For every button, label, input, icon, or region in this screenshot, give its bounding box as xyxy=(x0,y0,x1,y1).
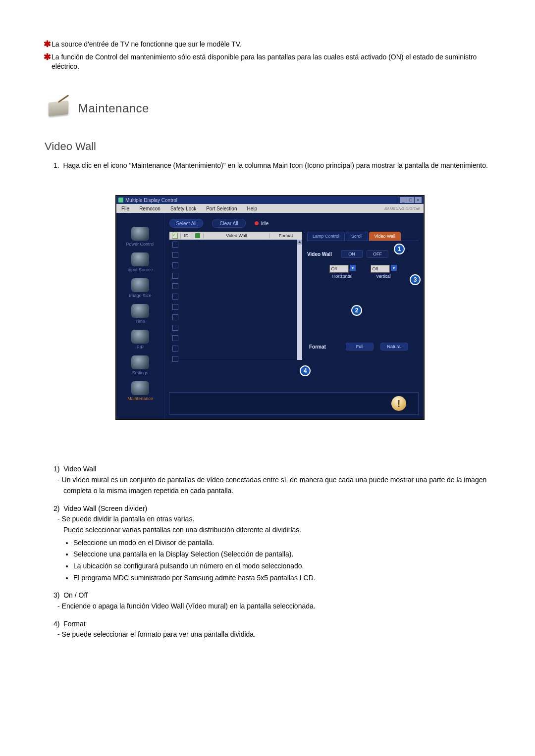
input-source-icon xyxy=(131,252,149,266)
menu-help[interactable]: Help xyxy=(242,206,262,211)
table-row[interactable] xyxy=(170,271,297,281)
desc-title: On / Off xyxy=(63,591,88,599)
maintenance-title: Maintenance xyxy=(78,101,149,115)
desc-bullet: El programa MDC suministrado por Samsung… xyxy=(73,573,495,584)
table-row[interactable] xyxy=(170,333,297,344)
table-row[interactable] xyxy=(170,292,297,302)
window-titlebar: Multiple Display Control _ □ × xyxy=(116,196,424,204)
maintenance-heading: Maintenance xyxy=(45,97,495,120)
table-body[interactable] xyxy=(169,240,297,360)
desc-text: Puede seleccionar varias pantallas con u… xyxy=(54,525,495,536)
table-row[interactable] xyxy=(170,250,297,260)
window-title: Multiple Display Control xyxy=(125,198,177,203)
app-icon xyxy=(118,198,123,202)
desc-text: Se puede dividir la pantalla en otras va… xyxy=(54,514,495,525)
table-row[interactable] xyxy=(170,312,297,323)
horizontal-selector[interactable]: Off ▾ Horizontal xyxy=(329,265,356,279)
star-icon: ✱ xyxy=(44,40,51,49)
desc-title: Video Wall xyxy=(63,465,96,473)
desc-bullet: Seleccione un modo en el Divisor de pant… xyxy=(73,538,495,549)
close-button[interactable]: × xyxy=(415,197,422,203)
col-format: Format xyxy=(270,233,302,238)
sidebar-item-pip[interactable]: PIP xyxy=(120,330,160,350)
desc-text: Se puede seleccionar el formato para ver… xyxy=(54,629,495,640)
col-video-wall: Video Wall xyxy=(204,233,270,238)
table-row[interactable] xyxy=(170,354,297,364)
format-label: Format xyxy=(309,344,339,350)
select-all-button[interactable]: Select All xyxy=(169,219,203,228)
video-wall-on-button[interactable]: ON xyxy=(341,250,363,258)
star-icon: ✱ xyxy=(44,52,51,61)
tab-lamp-control[interactable]: Lamp Control xyxy=(307,232,345,241)
chevron-down-icon[interactable]: ▾ xyxy=(391,265,397,271)
scroll-up-icon[interactable]: ▲ xyxy=(297,240,302,245)
sidebar-item-maintenance[interactable]: Maintenance xyxy=(120,381,160,401)
desc-text: Enciende o apaga la función Video Wall (… xyxy=(54,601,495,612)
step-text: Haga clic en el icono "Maintenance (Mant… xyxy=(63,161,487,169)
maintenance-box-icon xyxy=(45,97,72,120)
intro-steps: 1. Haga clic en el icono "Maintenance (M… xyxy=(45,160,495,171)
vertical-selector[interactable]: Off ▾ Vertical xyxy=(371,265,397,279)
vertical-label: Vertical xyxy=(376,274,391,279)
menu-safety-lock[interactable]: Safety Lock xyxy=(165,206,201,211)
horizontal-label: Horizontal xyxy=(332,274,353,279)
menubar: File Remocon Safety Lock Port Selection … xyxy=(116,204,424,213)
desc-bullet: Seleccione una pantalla en la Display Se… xyxy=(73,549,495,560)
status-idle: Idle xyxy=(255,221,268,226)
menu-file[interactable]: File xyxy=(116,206,134,211)
table-row[interactable] xyxy=(170,281,297,292)
desc-title: Format xyxy=(63,620,85,628)
clear-all-button[interactable]: Clear All xyxy=(212,219,246,228)
notes-list: ✱La source d'entrée de TV ne fonctionne … xyxy=(45,40,495,72)
table-row[interactable] xyxy=(170,302,297,312)
status-bar: ! xyxy=(169,392,419,415)
horizontal-value: Off xyxy=(329,265,349,273)
tab-scroll[interactable]: Scroll xyxy=(346,232,368,241)
callout-3: 3 xyxy=(410,274,421,285)
sidebar-item-settings[interactable]: Settings xyxy=(120,355,160,375)
window-buttons: _ □ × xyxy=(399,197,422,203)
table-row[interactable] xyxy=(170,240,297,250)
image-size-icon xyxy=(131,278,149,292)
info-icon: ! xyxy=(391,396,406,411)
maintenance-icon xyxy=(131,381,149,395)
video-wall-off-button[interactable]: OFF xyxy=(367,250,388,258)
time-icon xyxy=(131,304,149,318)
table-row[interactable] xyxy=(170,323,297,333)
col-status-icon xyxy=(192,233,204,238)
sidebar-item-input-source[interactable]: Input Source xyxy=(120,252,160,272)
note-text: La source d'entrée de TV ne fonctionne q… xyxy=(52,40,242,48)
display-table: ID Video Wall Format ▲ xyxy=(169,232,302,360)
minimize-button[interactable]: _ xyxy=(400,197,407,203)
note-text: La función de Control del mantenimiento … xyxy=(52,53,477,71)
desc-text: Un vídeo mural es un conjunto de pantall… xyxy=(54,475,495,496)
brand-label: SAMSUNG DIGITall xyxy=(384,206,420,211)
callout-4: 4 xyxy=(300,365,311,376)
chevron-down-icon[interactable]: ▾ xyxy=(350,265,356,271)
format-natural-button[interactable]: Natural xyxy=(380,343,408,351)
col-id: ID xyxy=(181,233,192,238)
pip-icon xyxy=(131,330,149,344)
vertical-value: Off xyxy=(371,265,390,273)
menu-port-selection[interactable]: Port Selection xyxy=(201,206,242,211)
scrollbar[interactable]: ▲ xyxy=(297,240,302,360)
sidebar-item-image-size[interactable]: Image Size xyxy=(120,278,160,298)
description-list: 1) Video Wall Un vídeo mural es un conju… xyxy=(45,464,495,640)
sidebar-item-time[interactable]: Time xyxy=(120,304,160,324)
desc-title: Video Wall (Screen divider) xyxy=(63,504,147,512)
section-title: Video Wall xyxy=(45,140,495,153)
maximize-button[interactable]: □ xyxy=(407,197,414,203)
status-dot-icon xyxy=(255,221,259,225)
sidebar: Power Control Input Source Image Size Ti… xyxy=(116,213,164,419)
table-row[interactable] xyxy=(170,260,297,271)
table-row[interactable] xyxy=(170,344,297,354)
format-full-button[interactable]: Full xyxy=(346,343,374,351)
settings-icon xyxy=(131,355,149,369)
tab-video-wall[interactable]: Video Wall xyxy=(369,232,401,241)
col-checkbox xyxy=(169,233,181,239)
sidebar-item-power-control[interactable]: Power Control xyxy=(120,227,160,247)
video-wall-label: Video Wall xyxy=(307,252,337,257)
app-screenshot: Multiple Display Control _ □ × File Remo… xyxy=(116,196,424,419)
menu-remocon[interactable]: Remocon xyxy=(134,206,165,211)
main-area: Select All Clear All Idle ID xyxy=(164,213,424,419)
